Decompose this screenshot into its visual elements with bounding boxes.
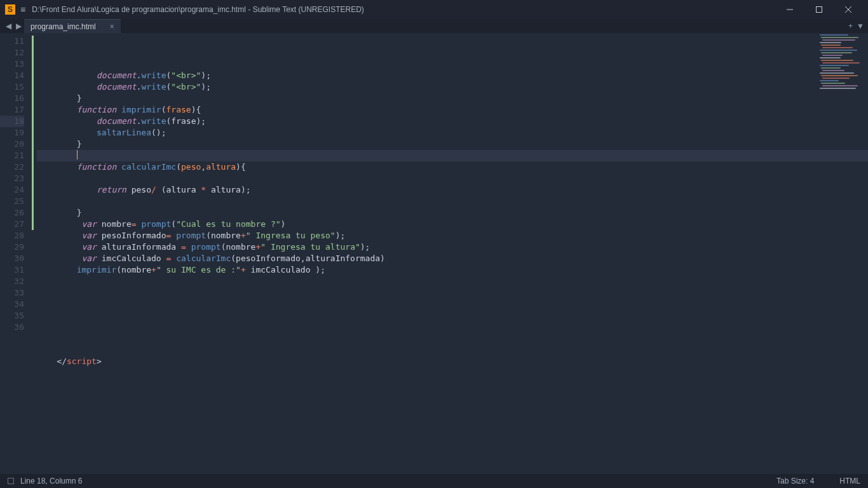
line-number: 32: [0, 276, 24, 287]
code-line[interactable]: [37, 196, 868, 207]
code-line[interactable]: }: [37, 139, 868, 150]
code-line[interactable]: [37, 287, 868, 299]
code-line[interactable]: var alturaInformada = prompt(nombre+" In…: [37, 241, 868, 253]
window-controls: [775, 0, 863, 19]
line-number: 29: [0, 241, 24, 253]
close-icon[interactable]: ×: [110, 22, 114, 31]
code-line[interactable]: }: [37, 93, 868, 104]
line-number: 30: [0, 253, 24, 264]
line-number: 14: [0, 70, 24, 81]
titlebar: S ≡ D:\Front End Alura\Logica de program…: [0, 0, 868, 19]
code-line[interactable]: [37, 310, 868, 322]
code-line[interactable]: document.write("<br>");: [37, 81, 868, 93]
tab-bar: ◀ ▶ + ▼: [0, 19, 868, 33]
code-line[interactable]: [37, 173, 868, 184]
code-line[interactable]: var nombre= prompt("Cual es tu nombre ?"…: [37, 219, 868, 230]
git-gutter-marker: [32, 36, 34, 230]
code-line[interactable]: [37, 299, 868, 310]
maximize-button[interactable]: [804, 0, 834, 19]
code-line[interactable]: var imcCalculado = calcularImc(pesoInfor…: [37, 253, 868, 264]
code-line[interactable]: function imprimir(frase){: [37, 104, 868, 116]
line-number: 11: [0, 36, 24, 47]
line-number: 12: [0, 47, 24, 58]
code-line[interactable]: return peso/ (altura * altura);: [37, 184, 868, 196]
line-number: 28: [0, 230, 24, 241]
code-line[interactable]: [37, 333, 868, 344]
line-number: 18: [0, 116, 24, 127]
code-line[interactable]: </script>: [37, 356, 868, 367]
code-line[interactable]: [37, 276, 868, 287]
line-number: 35: [0, 310, 24, 322]
code-line[interactable]: imprimir(nombre+" su IMC es de :"+ imcCa…: [37, 264, 868, 276]
line-number: 19: [0, 127, 24, 139]
line-number: 25: [0, 196, 24, 207]
status-tabsize[interactable]: Tab Size: 4: [776, 477, 814, 485]
editor: 1112131415161718192021222324252627282930…: [0, 33, 868, 474]
window-title: D:\Front End Alura\Logica de programacio…: [32, 5, 775, 14]
tabs-container: programa_imc.html ×: [24, 19, 121, 33]
code-area[interactable]: document.write("<br>"); document.write("…: [32, 33, 868, 474]
tab-file[interactable]: programa_imc.html ×: [24, 19, 121, 33]
code-line[interactable]: function calcularImc(peso,altura){: [37, 161, 868, 173]
line-number: 33: [0, 287, 24, 299]
status-bar: Line 18, Column 6 Tab Size: 4 HTML: [0, 474, 868, 488]
code-line[interactable]: document.write("<br>");: [37, 70, 868, 81]
line-number: 27: [0, 219, 24, 230]
line-number: 13: [0, 58, 24, 70]
line-number: 17: [0, 104, 24, 116]
line-number: 31: [0, 264, 24, 276]
text-cursor: [77, 150, 78, 159]
line-number: 16: [0, 93, 24, 104]
line-number: 26: [0, 207, 24, 219]
code-line[interactable]: document.write(frase);: [37, 116, 868, 127]
code-line[interactable]: }: [37, 207, 868, 219]
tab-label: programa_imc.html: [31, 22, 96, 31]
tab-dropdown-icon[interactable]: ▼: [857, 22, 864, 30]
svg-rect-1: [817, 7, 822, 13]
line-number: 15: [0, 81, 24, 93]
app-logo-icon: S: [5, 4, 15, 15]
code-line[interactable]: [37, 322, 868, 333]
line-number: 23: [0, 173, 24, 184]
line-number-gutter[interactable]: 1112131415161718192021222324252627282930…: [0, 33, 32, 474]
nav-back-icon[interactable]: ◀: [4, 22, 13, 30]
status-syntax[interactable]: HTML: [839, 477, 860, 485]
new-tab-icon[interactable]: +: [848, 22, 853, 30]
panel-switcher-icon[interactable]: [8, 478, 14, 484]
status-cursor[interactable]: Line 18, Column 6: [20, 477, 82, 485]
minimize-button[interactable]: [775, 0, 804, 19]
close-button[interactable]: [834, 0, 863, 19]
line-number: 24: [0, 184, 24, 196]
line-number: 34: [0, 299, 24, 310]
code-line[interactable]: [37, 150, 868, 161]
line-number: 21: [0, 150, 24, 161]
line-number: 36: [0, 322, 24, 333]
code-line[interactable]: [37, 344, 868, 356]
nav-forward-icon[interactable]: ▶: [14, 22, 23, 30]
line-number: 20: [0, 139, 24, 150]
code-line[interactable]: var pesoInformado= prompt(nombre+" Ingre…: [37, 230, 868, 241]
code-line[interactable]: saltarLinea();: [37, 127, 868, 139]
line-number: 22: [0, 161, 24, 173]
menu-icon[interactable]: ≡: [20, 4, 25, 15]
